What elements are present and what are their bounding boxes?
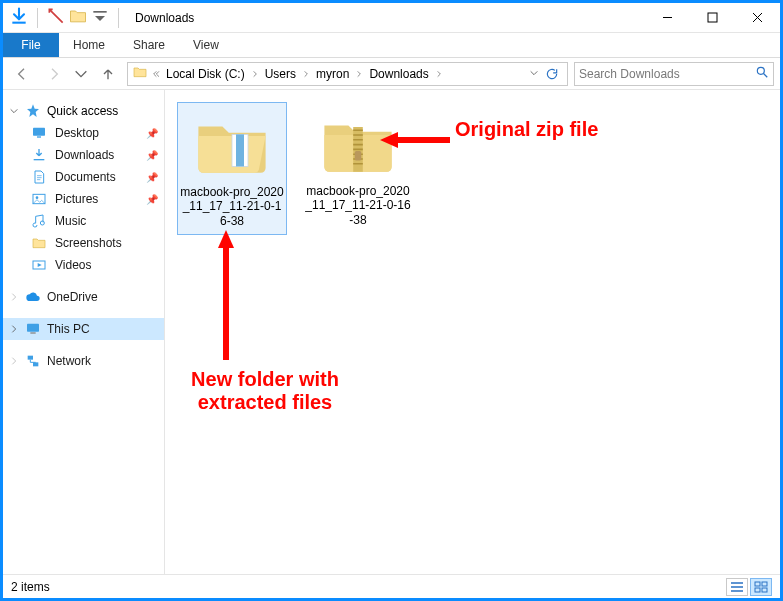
nav-item-pictures[interactable]: Pictures📌 [3, 188, 164, 210]
chevron-right-icon[interactable] [302, 67, 310, 81]
chevron-right-icon [9, 292, 19, 302]
svg-point-7 [40, 221, 44, 225]
svg-rect-17 [755, 582, 760, 586]
chevron-right-icon[interactable] [355, 67, 363, 81]
breadcrumb-segment[interactable]: Downloads [367, 67, 430, 81]
details-view-button[interactable] [726, 578, 748, 596]
quick-access-toolbar [3, 6, 125, 30]
recent-locations-button[interactable] [73, 61, 89, 87]
file-label: macbook-pro_2020_11_17_11-21-0-16-38 [180, 185, 284, 228]
nav-item-label: Music [55, 214, 86, 228]
nav-item-documents[interactable]: Documents📌 [3, 166, 164, 188]
window-title: Downloads [135, 11, 194, 25]
title-bar: Downloads [3, 3, 780, 33]
tab-home[interactable]: Home [59, 33, 119, 57]
desktop-icon [31, 125, 47, 141]
chevron-right-icon [9, 324, 19, 334]
qat-undo-icon[interactable] [46, 6, 66, 30]
breadcrumb-segment[interactable]: Users [263, 67, 298, 81]
nav-this-pc[interactable]: This PC [3, 318, 164, 340]
app-icon [9, 6, 29, 30]
pin-icon: 📌 [146, 194, 158, 205]
close-button[interactable] [735, 3, 780, 33]
nav-item-downloads[interactable]: Downloads📌 [3, 144, 164, 166]
svg-rect-0 [93, 11, 106, 13]
svg-point-2 [757, 67, 764, 74]
svg-rect-9 [27, 324, 39, 332]
svg-rect-20 [762, 588, 767, 592]
documents-icon [31, 169, 47, 185]
annotation-arrow-icon [216, 230, 236, 360]
nav-item-label: Screenshots [55, 236, 122, 250]
nav-item-label: Pictures [55, 192, 98, 206]
videos-icon [31, 257, 47, 273]
cloud-icon [25, 289, 41, 305]
forward-button[interactable] [41, 61, 67, 87]
svg-rect-19 [755, 588, 760, 592]
annotation-text: New folder with extracted files [155, 368, 375, 414]
search-icon [755, 65, 769, 82]
address-bar[interactable]: Local Disk (C:) Users myron Downloads [127, 62, 568, 86]
folder-icon [132, 64, 148, 83]
nav-item-music[interactable]: Music [3, 210, 164, 232]
svg-rect-18 [762, 582, 767, 586]
svg-rect-4 [37, 136, 41, 137]
nav-item-label: Desktop [55, 126, 99, 140]
chevron-right-icon[interactable] [435, 67, 443, 81]
nav-quick-access[interactable]: Quick access [3, 100, 164, 122]
file-item-zip[interactable]: macbook-pro_2020_11_17_11-21-0-16-38 [303, 102, 413, 233]
chevron-down-icon [9, 106, 19, 116]
file-item-folder[interactable]: macbook-pro_2020_11_17_11-21-0-16-38 [177, 102, 287, 235]
navigation-pane[interactable]: Quick access Desktop📌 Downloads📌 Documen… [3, 90, 165, 574]
qat-dropdown-icon[interactable] [90, 6, 110, 30]
nav-onedrive[interactable]: OneDrive [3, 286, 164, 308]
nav-item-label: Documents [55, 170, 116, 184]
chevron-right-icon[interactable] [251, 67, 259, 81]
zip-folder-icon [318, 108, 398, 178]
refresh-button[interactable] [541, 63, 563, 85]
pin-icon: 📌 [146, 150, 158, 161]
ribbon-tabs: File Home Share View [3, 33, 780, 58]
status-bar: 2 items [3, 574, 780, 598]
file-tab[interactable]: File [3, 33, 59, 57]
nav-item-screenshots[interactable]: Screenshots [3, 232, 164, 254]
search-box[interactable]: Search Downloads [574, 62, 774, 86]
svg-rect-3 [33, 128, 45, 136]
tab-share[interactable]: Share [119, 33, 179, 57]
minimize-button[interactable] [645, 3, 690, 33]
nav-label: Quick access [47, 104, 118, 118]
up-button[interactable] [95, 61, 121, 87]
large-icons-view-button[interactable] [750, 578, 772, 596]
item-count: 2 items [11, 580, 50, 594]
svg-rect-10 [30, 332, 35, 333]
svg-rect-11 [28, 356, 33, 360]
chevron-right-icon [9, 356, 19, 366]
star-icon [25, 103, 41, 119]
nav-item-label: Videos [55, 258, 91, 272]
pin-icon: 📌 [146, 128, 158, 139]
file-label: macbook-pro_2020_11_17_11-21-0-16-38 [305, 184, 411, 227]
back-button[interactable] [9, 61, 35, 87]
svg-point-6 [36, 196, 39, 199]
music-icon [31, 213, 47, 229]
breadcrumb-segment[interactable]: myron [314, 67, 351, 81]
nav-label: This PC [47, 322, 90, 336]
file-view[interactable]: macbook-pro_2020_11_17_11-21-0-16-38 mac… [165, 90, 780, 574]
folder-icon [31, 235, 47, 251]
breadcrumb-segment[interactable]: Local Disk (C:) [164, 67, 247, 81]
svg-rect-14 [236, 134, 244, 166]
chevron-left-double-icon[interactable] [152, 67, 160, 81]
nav-item-videos[interactable]: Videos [3, 254, 164, 276]
folder-open-icon [192, 109, 272, 179]
tab-view[interactable]: View [179, 33, 233, 57]
nav-label: Network [47, 354, 91, 368]
nav-item-label: Downloads [55, 148, 114, 162]
address-dropdown-button[interactable] [529, 67, 539, 81]
maximize-button[interactable] [690, 3, 735, 33]
nav-item-desktop[interactable]: Desktop📌 [3, 122, 164, 144]
svg-rect-16 [355, 151, 361, 161]
separator [37, 8, 38, 28]
pictures-icon [31, 191, 47, 207]
window-controls [645, 3, 780, 33]
nav-network[interactable]: Network [3, 350, 164, 372]
